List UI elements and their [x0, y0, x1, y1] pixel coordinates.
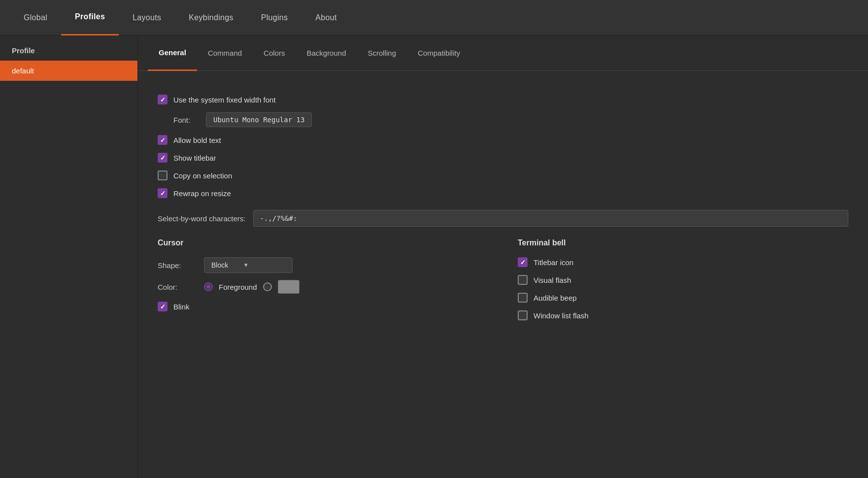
nav-layouts[interactable]: Layouts	[119, 0, 175, 35]
cursor-custom-color-radio[interactable]	[263, 282, 272, 291]
cursor-shape-dropdown[interactable]: Block ▼	[204, 257, 293, 273]
select-by-word-label: Select-by-word characters:	[158, 214, 245, 223]
cursor-section-title: Cursor	[158, 239, 488, 247]
allow-bold-checkbox[interactable]	[158, 135, 167, 145]
settings-body: Use the system fixed width font Font: Ub…	[138, 71, 868, 344]
tab-scrolling[interactable]: Scrolling	[357, 35, 407, 71]
allow-bold-row: Allow bold text	[158, 135, 848, 145]
tab-general[interactable]: General	[148, 35, 197, 71]
content-area: General Command Colors Background Scroll…	[138, 35, 868, 478]
terminal-bell-title: Terminal bell	[518, 239, 848, 247]
content-tabs: General Command Colors Background Scroll…	[138, 35, 868, 71]
cursor-foreground-radio[interactable]	[204, 282, 213, 291]
copy-on-selection-row: Copy on selection	[158, 171, 848, 180]
dropdown-arrow-icon: ▼	[243, 262, 249, 269]
sidebar-item-default[interactable]: default	[0, 61, 137, 81]
top-navigation: Global Profiles Layouts Keybindings Plug…	[0, 0, 868, 35]
two-column-section: Cursor Shape: Block ▼ Color:	[158, 239, 848, 328]
titlebar-icon-label: Titlebar icon	[534, 258, 573, 267]
nav-about[interactable]: About	[301, 0, 350, 35]
tab-colors[interactable]: Colors	[253, 35, 296, 71]
window-list-flash-label: Window list flash	[534, 311, 589, 320]
cursor-color-row: Color: Foreground	[158, 280, 488, 294]
nav-keybindings[interactable]: Keybindings	[175, 0, 247, 35]
use-system-font-row: Use the system fixed width font	[158, 95, 848, 104]
copy-on-selection-checkbox[interactable]	[158, 171, 167, 180]
show-titlebar-checkbox[interactable]	[158, 153, 167, 163]
show-titlebar-label: Show titlebar	[173, 154, 216, 162]
audible-beep-row: Audible beep	[518, 293, 848, 303]
window-list-flash-checkbox[interactable]	[518, 310, 528, 320]
cursor-section: Cursor Shape: Block ▼ Color:	[158, 239, 488, 328]
cursor-shape-value: Block	[211, 261, 228, 269]
cursor-blink-label: Blink	[173, 303, 190, 311]
select-by-word-input[interactable]	[253, 210, 848, 227]
nav-global[interactable]: Global	[10, 0, 61, 35]
cursor-color-label: Color:	[158, 283, 197, 291]
titlebar-icon-checkbox[interactable]	[518, 257, 528, 267]
visual-flash-row: Visual flash	[518, 275, 848, 285]
tab-command[interactable]: Command	[197, 35, 253, 71]
show-titlebar-row: Show titlebar	[158, 153, 848, 163]
font-label: Font:	[173, 116, 198, 124]
window-list-flash-row: Window list flash	[518, 310, 848, 320]
font-selector[interactable]: Ubuntu Mono Regular 13	[206, 112, 312, 127]
cursor-foreground-label: Foreground	[219, 283, 257, 291]
sidebar-header: Profile	[0, 35, 137, 61]
allow-bold-label: Allow bold text	[173, 136, 221, 144]
rewrap-on-resize-checkbox[interactable]	[158, 188, 167, 198]
cursor-color-swatch[interactable]	[278, 280, 300, 294]
font-row: Font: Ubuntu Mono Regular 13	[173, 112, 848, 127]
visual-flash-checkbox[interactable]	[518, 275, 528, 285]
cursor-blink-checkbox[interactable]	[158, 302, 167, 311]
visual-flash-label: Visual flash	[534, 276, 571, 284]
audible-beep-label: Audible beep	[534, 294, 577, 302]
nav-profiles[interactable]: Profiles	[61, 0, 119, 35]
main-area: Profile default General Command Colors B…	[0, 35, 868, 478]
copy-on-selection-label: Copy on selection	[173, 171, 232, 180]
cursor-shape-row: Shape: Block ▼	[158, 257, 488, 273]
cursor-color-options: Foreground	[204, 280, 300, 294]
rewrap-on-resize-row: Rewrap on resize	[158, 188, 848, 198]
use-system-font-checkbox[interactable]	[158, 95, 167, 104]
tab-background[interactable]: Background	[296, 35, 357, 71]
titlebar-icon-row: Titlebar icon	[518, 257, 848, 267]
cursor-shape-label: Shape:	[158, 261, 197, 270]
use-system-font-label: Use the system fixed width font	[173, 96, 276, 104]
rewrap-on-resize-label: Rewrap on resize	[173, 189, 231, 198]
nav-plugins[interactable]: Plugins	[247, 0, 302, 35]
terminal-bell-section: Terminal bell Titlebar icon Visual flash	[518, 239, 848, 328]
sidebar: Profile default	[0, 35, 138, 478]
cursor-blink-row: Blink	[158, 302, 488, 311]
select-by-word-row: Select-by-word characters:	[158, 210, 848, 227]
audible-beep-checkbox[interactable]	[518, 293, 528, 303]
tab-compatibility[interactable]: Compatibility	[407, 35, 471, 71]
